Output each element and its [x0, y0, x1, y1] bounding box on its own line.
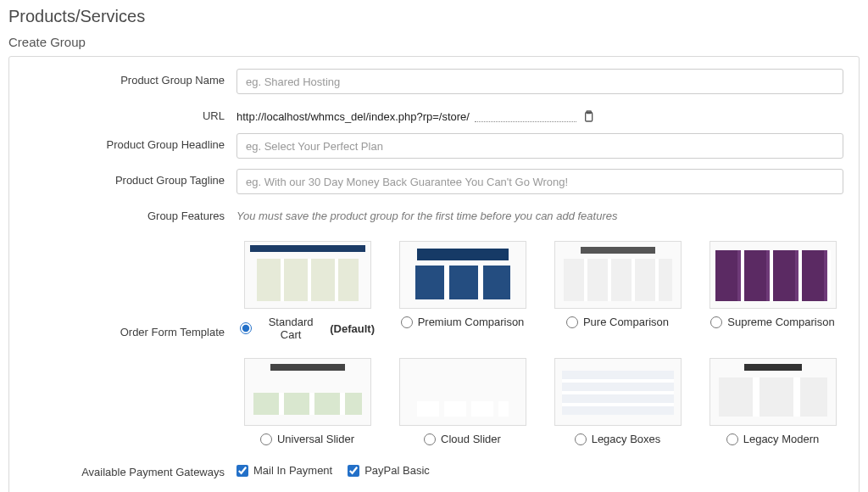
label-tagline: Product Group Tagline — [25, 169, 236, 187]
template-option-supreme[interactable]: Supreme Comparison — [705, 241, 840, 341]
gateway-checkbox-paypal[interactable] — [348, 465, 359, 477]
template-radio-legacy[interactable] — [575, 433, 587, 445]
template-option-legacy[interactable]: Legacy Boxes — [550, 358, 685, 445]
label-headline: Product Group Headline — [25, 133, 236, 151]
template-default-suffix: (Default) — [330, 322, 375, 335]
template-thumbnail[interactable] — [399, 241, 526, 309]
gateway-label: PayPal Basic — [364, 464, 430, 477]
label-hidden: Hidden — [25, 489, 236, 492]
template-option-standard[interactable]: Standard Cart (Default) — [240, 241, 375, 341]
template-label: Premium Comparison — [418, 316, 525, 328]
url-base-text: http://localhost/whmcs_del/index.php?rp=… — [236, 110, 470, 123]
template-label: Pure Comparison — [583, 316, 669, 328]
template-radio-supreme[interactable] — [710, 316, 722, 328]
template-label: Standard Cart — [257, 316, 325, 341]
template-label: Legacy Modern — [743, 433, 820, 445]
gateway-checkbox-mailin[interactable] — [236, 465, 248, 477]
template-option-universal[interactable]: Universal Slider — [240, 358, 375, 445]
template-thumbnail[interactable] — [554, 241, 682, 309]
template-thumbnail[interactable] — [399, 358, 526, 426]
label-url: URL — [25, 104, 236, 122]
url-slug-input[interactable] — [475, 110, 576, 122]
gateway-option-paypal[interactable]: PayPal Basic — [348, 464, 430, 477]
template-label: Cloud Slider — [441, 433, 501, 445]
template-radio-universal[interactable] — [260, 433, 272, 445]
headline-input[interactable] — [236, 133, 843, 159]
label-group-name: Product Group Name — [25, 69, 236, 87]
template-option-cloud[interactable]: Cloud Slider — [395, 358, 530, 445]
templates-grid: Standard Cart (Default)Premium Compariso… — [236, 232, 843, 450]
template-thumbnail[interactable] — [244, 358, 371, 426]
template-radio-premium[interactable] — [401, 316, 413, 328]
group-name-input[interactable] — [236, 69, 843, 94]
template-radio-legacymod[interactable] — [726, 433, 738, 445]
template-thumbnail[interactable] — [244, 241, 371, 309]
template-option-premium[interactable]: Premium Comparison — [395, 241, 530, 341]
label-template: Order Form Template — [25, 232, 236, 338]
form-panel: Product Group Name URL http://localhost/… — [8, 56, 860, 492]
template-option-legacymod[interactable]: Legacy Modern — [705, 358, 840, 445]
template-thumbnail[interactable] — [709, 358, 837, 426]
gateways-row: Mail In PaymentPayPal Basic — [236, 461, 843, 477]
label-gateways: Available Payment Gateways — [25, 461, 236, 478]
template-label: Supreme Comparison — [727, 316, 834, 328]
label-features: Group Features — [25, 204, 236, 222]
gateway-option-mailin[interactable]: Mail In Payment — [236, 464, 332, 477]
template-label: Legacy Boxes — [592, 433, 661, 445]
template-label: Universal Slider — [277, 433, 354, 445]
page-title: Products/Services — [8, 7, 860, 26]
clipboard-icon[interactable] — [581, 109, 595, 123]
features-hint: You must save the product group for the … — [236, 204, 843, 222]
template-radio-pure[interactable] — [566, 316, 578, 328]
template-thumbnail[interactable] — [554, 358, 682, 426]
tagline-input[interactable] — [236, 169, 843, 194]
page-subtitle: Create Group — [8, 35, 860, 49]
gateway-label: Mail In Payment — [253, 464, 332, 477]
template-radio-standard[interactable] — [240, 322, 252, 334]
template-option-pure[interactable]: Pure Comparison — [550, 241, 685, 341]
template-radio-cloud[interactable] — [424, 433, 436, 445]
template-thumbnail[interactable] — [709, 241, 837, 309]
